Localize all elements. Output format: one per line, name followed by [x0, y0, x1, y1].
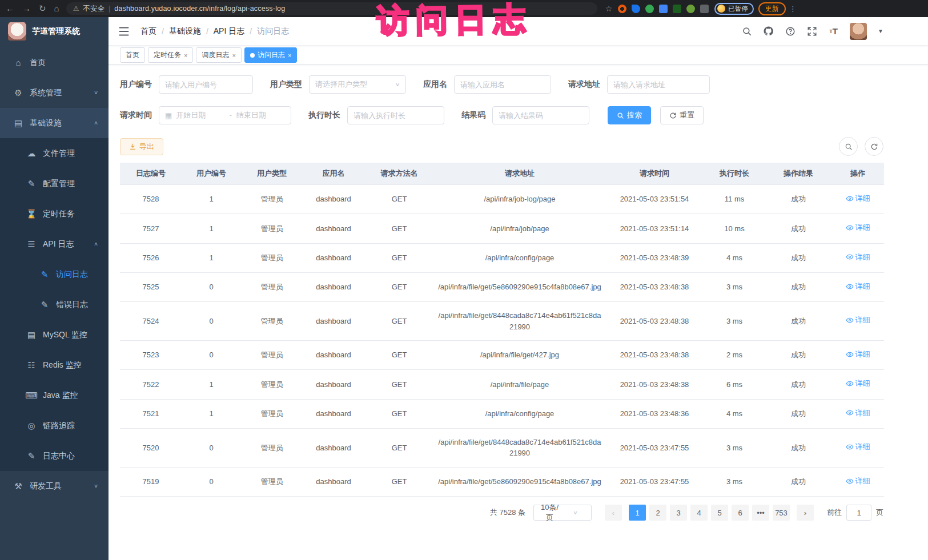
sidebar-item-redis-monitor[interactable]: ☷Redis 监控 [0, 350, 109, 380]
detail-link[interactable]: 详细 [846, 193, 870, 204]
sidebar-item-label: 访问日志 [56, 269, 88, 280]
sidebar-item-mysql-monitor[interactable]: ▤MySQL 监控 [0, 320, 109, 350]
search-button[interactable]: 搜索 [608, 106, 651, 124]
breadcrumb-item[interactable]: API 日志 [214, 26, 244, 37]
app-logo[interactable]: 芋道管理系统 [0, 17, 109, 46]
sidebar-item-home[interactable]: ⌂首页 [0, 47, 109, 78]
view-icon [846, 195, 854, 203]
breadcrumb-separator: / [244, 27, 257, 36]
browser-reload-icon[interactable]: ↻ [39, 3, 46, 14]
extension-icon[interactable] [645, 5, 654, 13]
page-button-4[interactable]: 4 [690, 505, 708, 521]
detail-link[interactable]: 详细 [846, 476, 870, 487]
prev-page-button[interactable]: ‹ [605, 505, 622, 521]
sidebar-item-label: 日志中心 [43, 451, 75, 461]
hammer-icon: ⚒ [11, 481, 25, 491]
breadcrumb-item[interactable]: 基础设施 [169, 26, 201, 37]
extension-icon[interactable] [632, 5, 640, 13]
close-icon[interactable]: × [288, 52, 291, 59]
browser-forward-icon[interactable]: → [22, 3, 31, 14]
user-avatar[interactable] [850, 23, 867, 40]
page-size-select[interactable]: 10条/页 ∨ [533, 505, 592, 521]
sidebar-item-dev-tools[interactable]: ⚒研发工具∨ [0, 471, 109, 501]
app-name-input[interactable] [454, 75, 551, 94]
page-button-6[interactable]: 6 [732, 505, 749, 521]
browser-profile-badge[interactable]: 已暂停 [714, 3, 754, 15]
page-button-1[interactable]: 1 [629, 505, 646, 521]
sidebar-item-log-center[interactable]: ✎日志中心 [0, 441, 109, 471]
log-icon: ☰ [25, 239, 38, 249]
page-button-3[interactable]: 3 [670, 505, 687, 521]
sidebar-item-system-mgmt[interactable]: ⚙系统管理∨ [0, 78, 109, 108]
tab-定时任务[interactable]: 定时任务× [148, 47, 193, 63]
export-button[interactable]: 导出 [120, 138, 163, 155]
close-icon[interactable]: × [232, 52, 235, 59]
user-type-select[interactable]: 请选择用户类型 ∨ [309, 75, 406, 94]
bookmark-star-icon[interactable]: ☆ [605, 4, 613, 13]
github-icon[interactable] [763, 26, 774, 37]
sidebar-item-error-log[interactable]: ✎错误日志 [0, 289, 109, 320]
cell-duration: 11 ms [704, 185, 765, 214]
sidebar-collapse-icon[interactable] [118, 25, 130, 38]
search-toggle-button[interactable] [839, 137, 858, 156]
result-code-input[interactable] [492, 106, 589, 124]
cell-time: 2021-05-03 23:48:38 [605, 302, 704, 341]
pager-ellipsis[interactable]: ••• [752, 505, 769, 521]
tab-首页[interactable]: 首页 [120, 47, 145, 63]
browser-menu-icon[interactable]: ⋮ [789, 5, 797, 13]
detail-link[interactable]: 详细 [846, 441, 870, 453]
font-size-icon[interactable]: TT [828, 26, 839, 37]
tab-调度日志[interactable]: 调度日志× [196, 47, 241, 63]
fullscreen-icon[interactable] [806, 26, 817, 37]
help-icon[interactable] [785, 26, 796, 37]
detail-link[interactable]: 详细 [846, 408, 870, 419]
browser-back-icon[interactable]: ← [6, 3, 14, 14]
sidebar-item-file-mgmt[interactable]: ☁文件管理 [0, 138, 109, 168]
search-icon[interactable] [741, 26, 752, 37]
refresh-button[interactable] [865, 137, 883, 156]
cell-time: 2021-05-03 23:48:38 [605, 272, 704, 301]
close-icon[interactable]: × [184, 52, 187, 59]
extension-icon[interactable] [686, 5, 695, 13]
request-time-range-picker[interactable]: ▦ 开始日期 - 结束日期 [159, 106, 291, 124]
cell-user_type: 管理员 [241, 272, 303, 301]
breadcrumb-item[interactable]: 首页 [140, 26, 156, 37]
sidebar-item-java-monitor[interactable]: ⌨Java 监控 [0, 380, 109, 410]
detail-link[interactable]: 详细 [846, 349, 870, 360]
sidebar-item-infra[interactable]: ▤基础设施∧ [0, 108, 109, 138]
sidebar-item-api-log[interactable]: ☰API 日志∧ [0, 229, 109, 259]
browser-home-icon[interactable]: ⌂ [54, 3, 59, 14]
reset-button[interactable]: 重置 [660, 106, 704, 124]
user-id-input[interactable] [159, 75, 253, 94]
page-button-5[interactable]: 5 [711, 505, 728, 521]
filter-row-2: 请求时间 ▦ 开始日期 - 结束日期 执行时长 [120, 106, 883, 124]
detail-link[interactable]: 详细 [846, 315, 870, 326]
address-bar[interactable]: ⚠ 不安全 | dashboard.yudao.iocoder.cn/infra… [66, 2, 597, 15]
sidebar-item-access-log[interactable]: ✎访问日志 [0, 259, 109, 289]
cell-app: dashboard [303, 467, 364, 496]
extension-icon[interactable] [659, 5, 668, 13]
chevron-down-icon[interactable]: ▼ [878, 28, 883, 34]
tab-访问日志[interactable]: 访问日志× [244, 47, 297, 63]
request-url-input[interactable] [607, 75, 710, 94]
next-page-button[interactable]: › [797, 505, 814, 521]
cell-app: dashboard [303, 302, 364, 341]
tab-label: 首页 [126, 50, 139, 60]
detail-link[interactable]: 详细 [846, 281, 870, 292]
extension-icon[interactable] [700, 5, 709, 13]
browser-update-button[interactable]: 更新 [758, 2, 786, 15]
page-button-753[interactable]: 753 [773, 505, 790, 521]
table-row: 75221管理员dashboardGET/api/infra/file/page… [120, 370, 884, 399]
extension-icon[interactable] [673, 5, 681, 13]
sidebar-item-trace[interactable]: ◎链路追踪 [0, 410, 109, 441]
detail-link[interactable]: 详细 [846, 378, 870, 389]
goto-page-input[interactable] [846, 505, 871, 521]
sidebar-item-scheduled-job[interactable]: ⌛定时任务 [0, 199, 109, 229]
extension-icon[interactable] [618, 5, 626, 13]
duration-input[interactable] [347, 106, 444, 124]
detail-link[interactable]: 详细 [846, 252, 870, 263]
sidebar-item-config-mgmt[interactable]: ✎配置管理 [0, 168, 109, 199]
table-row: 75281管理员dashboardGET/api/infra/job-log/p… [120, 185, 884, 214]
page-button-2[interactable]: 2 [649, 505, 666, 521]
detail-link[interactable]: 详细 [846, 222, 870, 233]
